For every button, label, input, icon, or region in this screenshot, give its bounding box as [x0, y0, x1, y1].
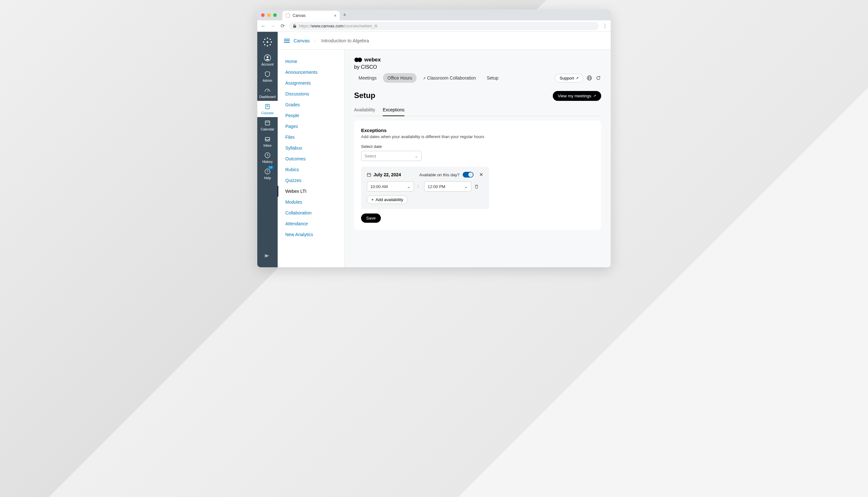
course-nav-syllabus[interactable]: Syllabus [278, 143, 344, 153]
svg-point-1 [267, 45, 268, 46]
window-maximize-button[interactable] [273, 13, 277, 17]
external-link-icon: ↗ [423, 76, 426, 80]
window-close-button[interactable] [261, 13, 265, 17]
course-nav-assignments[interactable]: Assignments [278, 77, 344, 88]
sidebar-item-inbox[interactable]: Inbox [257, 133, 278, 150]
window-minimize-button[interactable] [267, 13, 271, 17]
chevron-down-icon: ⌄ [407, 184, 411, 189]
svg-point-3 [271, 41, 272, 43]
course-nav-grades[interactable]: Grades [278, 99, 344, 110]
canvas-global-nav: Account Admin Dashboard Courses Calendar… [257, 32, 278, 267]
clock-icon [264, 152, 271, 159]
course-nav-quizzes[interactable]: Quizzes [278, 175, 344, 186]
subtab-availability[interactable]: Availability [354, 107, 375, 116]
browser-chrome: Canvas × + ← → ⟳ https://www.canvas.com/… [257, 10, 611, 32]
tab-close-icon[interactable]: × [334, 13, 336, 18]
tab-office-hours[interactable]: Office Hours [383, 73, 417, 83]
delete-time-button[interactable] [474, 184, 479, 189]
browser-menu-button[interactable]: ⋮ [603, 23, 608, 29]
course-nav-new-analytics[interactable]: New Analytics [278, 229, 344, 240]
course-nav-webex-lti[interactable]: Webex LTI [278, 186, 344, 197]
exception-date: July 22, 2024 [367, 172, 416, 177]
save-label: Save [366, 216, 376, 221]
collapse-icon [264, 252, 271, 259]
sidebar-item-courses[interactable]: Courses [257, 101, 278, 117]
breadcrumb-root[interactable]: Canvas [293, 38, 310, 43]
exceptions-card: Exceptions Add dates when your availabil… [354, 120, 601, 230]
course-nav-rubics[interactable]: Rubics [278, 164, 344, 175]
course-nav-collaboration[interactable]: Collaboration [278, 208, 344, 218]
remove-exception-button[interactable]: ✕ [479, 172, 483, 178]
calendar-icon [367, 172, 371, 177]
hamburger-icon[interactable] [284, 39, 290, 43]
tab-meetings[interactable]: Meetings [354, 73, 381, 83]
end-time-select[interactable]: 12:00 PM ⌄ [424, 181, 471, 191]
browser-back-button[interactable]: ← [260, 23, 266, 29]
support-label: Support [560, 76, 574, 81]
sidebar-item-help[interactable]: 10 ? Help [257, 166, 278, 182]
canvas-logo-icon[interactable] [262, 37, 273, 47]
chevron-right-icon: 〉 [314, 38, 317, 43]
refresh-icon[interactable] [595, 75, 601, 81]
chevron-down-icon: ⌄ [415, 154, 418, 158]
sidebar-item-history[interactable]: History [257, 150, 278, 166]
start-time-select[interactable]: 10:00 AM ⌄ [367, 181, 414, 191]
content-split: Home Announcements Assignments Discussio… [278, 49, 611, 267]
subtab-exceptions[interactable]: Exceptions [383, 107, 404, 116]
available-toggle-label: Available on this day? [419, 172, 459, 177]
view-meetings-button[interactable]: View my meetings ↗ [553, 91, 601, 101]
svg-point-8 [267, 41, 268, 43]
external-link-icon: ↗ [593, 94, 596, 98]
webex-brand: webex by CISCO [354, 57, 601, 70]
sidebar-collapse-button[interactable] [257, 250, 278, 261]
course-nav-people[interactable]: People [278, 110, 344, 121]
tab-title: Canvas [293, 13, 306, 18]
exceptions-desc: Add dates when your availability is diff… [361, 134, 594, 139]
course-nav-discussions[interactable]: Discussions [278, 88, 344, 99]
course-nav-announcements[interactable]: Announcements [278, 67, 344, 77]
breadcrumb: Canvas 〉 Introduction to Algebra [278, 32, 611, 49]
new-tab-button[interactable]: + [343, 12, 346, 18]
browser-forward-button[interactable]: → [270, 23, 276, 29]
breadcrumb-current: Introduction to Algebra [321, 38, 369, 43]
globe-icon[interactable] [587, 75, 592, 81]
available-toggle[interactable] [463, 172, 473, 178]
sidebar-item-admin[interactable]: Admin [257, 68, 278, 85]
webex-lti-area: webex by CISCO Meetings Office Hours ↗Cl… [345, 49, 611, 267]
lti-right-controls: Support ↗ [555, 74, 601, 82]
gauge-icon [264, 87, 271, 94]
address-bar[interactable]: https://www.canvas.com/courses/webex_lti [289, 22, 598, 30]
webex-brand-text: webex [364, 57, 381, 63]
select-date-input[interactable]: Select ⌄ [361, 151, 422, 161]
course-nav-home[interactable]: Home [278, 56, 344, 67]
course-nav-modules[interactable]: Modules [278, 197, 344, 208]
select-placeholder: Select [364, 154, 376, 158]
add-availability-button[interactable]: + Add availability [367, 195, 408, 204]
sidebar-label: Inbox [263, 143, 272, 147]
sidebar-label: Dashboard [259, 95, 275, 99]
support-button[interactable]: Support ↗ [555, 74, 583, 82]
tab-classroom-label: Classroom Collaboration [427, 75, 476, 81]
sidebar-label: Account [261, 62, 274, 66]
course-nav-pages[interactable]: Pages [278, 121, 344, 132]
start-time-value: 10:00 AM [370, 184, 388, 189]
calendar-icon [264, 119, 271, 126]
browser-refresh-button[interactable]: ⟳ [279, 23, 285, 29]
tab-classroom-collaboration[interactable]: ↗Classroom Collaboration [418, 73, 480, 83]
browser-tab-active[interactable]: Canvas × [283, 11, 340, 20]
sidebar-item-account[interactable]: Account [257, 52, 278, 68]
sidebar-item-calendar[interactable]: Calendar [257, 117, 278, 133]
address-bar-row: ← → ⟳ https://www.canvas.com/courses/web… [257, 20, 611, 32]
course-nav-files[interactable]: Files [278, 132, 344, 143]
sidebar-label: Courses [261, 111, 274, 115]
course-nav-outcomes[interactable]: Outcomes [278, 153, 344, 164]
tab-setup[interactable]: Setup [482, 73, 503, 83]
inbox-icon [264, 136, 271, 143]
main-column: Canvas 〉 Introduction to Algebra Home An… [278, 32, 611, 267]
sidebar-item-dashboard[interactable]: Dashboard [257, 85, 278, 101]
svg-point-0 [267, 38, 268, 39]
sidebar-label: Admin [263, 79, 272, 82]
save-button[interactable]: Save [361, 213, 381, 223]
svg-rect-14 [265, 121, 270, 125]
course-nav-attendance[interactable]: Attendance [278, 218, 344, 229]
